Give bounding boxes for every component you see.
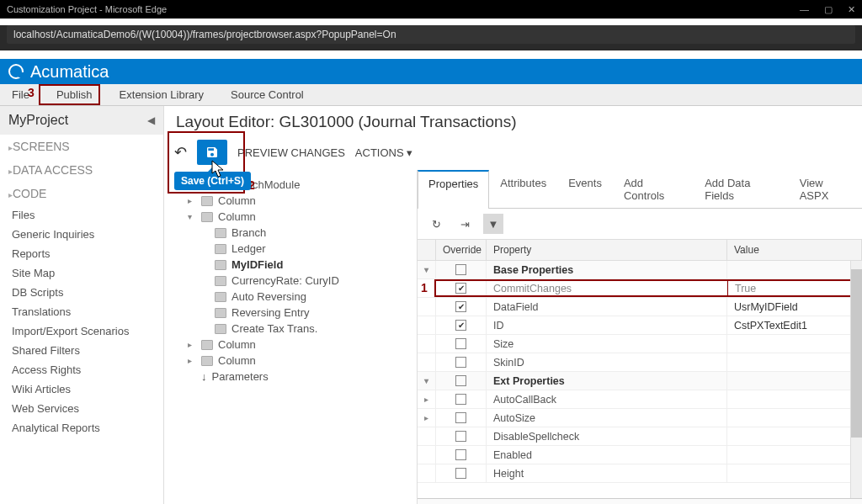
checkbox[interactable] [455, 264, 466, 275]
sidebar-item-translations[interactable]: Translations [0, 302, 163, 321]
annotation-1-number: 1 [421, 281, 428, 294]
tree-createtax[interactable]: Create Tax Trans. [168, 321, 413, 337]
sidebar: MyProject ◀ SCREENS DATA ACCESS CODE Fil… [0, 106, 164, 504]
undo-button[interactable]: ↶ [174, 143, 187, 162]
row-enabled[interactable]: Enabled [418, 446, 862, 464]
value-commitchanges[interactable]: True▾ [727, 279, 862, 297]
menu-extension-library[interactable]: Extension Library [114, 86, 209, 103]
maximize-icon[interactable]: ▢ [824, 4, 833, 15]
url-bar[interactable]: localhost/AcumaticaDemo6/(W(10004))/fram… [7, 25, 855, 44]
tree-ledger[interactable]: Ledger [168, 241, 413, 257]
field-icon [215, 292, 226, 302]
window-title: Customization Project - Microsoft Edge [7, 4, 167, 14]
save-tooltip: Save (Ctrl+S) [174, 172, 251, 190]
sidebar-item-access-rights[interactable]: Access Rights [0, 360, 163, 379]
field-icon [215, 276, 226, 286]
row-commitchanges[interactable]: 1 CommitChangesTrue▾ [418, 279, 862, 298]
tab-add-controls[interactable]: Add Controls [613, 170, 694, 208]
main-area: Layout Editor: GL301000 (Journal Transac… [164, 106, 862, 504]
checkbox-commitchanges[interactable] [455, 283, 466, 294]
row-skinid[interactable]: SkinID [418, 353, 862, 372]
sidebar-item-import-export[interactable]: Import/Export Scenarios [0, 321, 163, 341]
checkbox-size[interactable] [455, 338, 466, 349]
tab-view-aspx[interactable]: View ASPX [789, 170, 862, 208]
sidebar-item-files[interactable]: Files [0, 205, 163, 225]
row-autocallback[interactable]: ▸AutoCallBack [418, 390, 862, 409]
column-icon [201, 196, 213, 206]
field-icon [215, 228, 226, 238]
row-id[interactable]: IDCstPXTextEdit1 [418, 316, 862, 335]
tab-events[interactable]: Events [557, 170, 613, 208]
checkbox-autosize[interactable] [455, 412, 466, 423]
filter-icon[interactable]: ▼ [483, 214, 503, 234]
minimize-icon[interactable]: — [800, 4, 809, 15]
annotation-3-number: 3 [28, 86, 35, 99]
tree-myidfield[interactable]: MyIDField [168, 257, 413, 273]
tree-column-3[interactable]: ▸Column [168, 337, 413, 353]
row-autosize[interactable]: ▸AutoSize [418, 409, 862, 427]
checkbox-skinid[interactable] [455, 357, 466, 368]
row-height[interactable]: Height [418, 464, 862, 483]
properties-panel: Properties Attributes Events Add Control… [417, 170, 862, 504]
tabs: Properties Attributes Events Add Control… [418, 170, 862, 209]
tab-attributes[interactable]: Attributes [489, 170, 557, 208]
sidebar-item-reports[interactable]: Reports [0, 244, 163, 263]
column-icon [201, 212, 213, 222]
save-button[interactable] [197, 140, 227, 165]
header-override: Override [436, 240, 487, 260]
close-icon[interactable]: ✕ [848, 4, 855, 15]
menu-source-control[interactable]: Source Control [226, 86, 309, 103]
checkbox-autocallback[interactable] [455, 394, 466, 405]
sidebar-item-site-map[interactable]: Site Map [0, 263, 163, 283]
brand-name: Acumatica [30, 62, 109, 82]
row-base-properties[interactable]: ▾Base Properties [418, 261, 862, 279]
sidebar-item-shared-filters[interactable]: Shared Filters [0, 341, 163, 360]
refresh-icon[interactable]: ↻ [426, 214, 446, 234]
help-text: Whether the control perform commit callb… [418, 498, 862, 504]
sidebar-group-data-access[interactable]: DATA ACCESS [0, 158, 163, 182]
save-icon [205, 146, 219, 159]
scrollbar[interactable] [850, 261, 862, 498]
checkbox[interactable] [455, 375, 466, 386]
checkbox-datafield[interactable] [455, 301, 466, 312]
tree-branch[interactable]: Branch [168, 225, 413, 241]
scrollbar-thumb[interactable] [851, 269, 862, 438]
fit-icon[interactable]: ⇥ [455, 214, 475, 234]
row-datafield[interactable]: DataFieldUsrMyIDField [418, 298, 862, 316]
header-value: Value [727, 240, 862, 260]
sidebar-item-generic-inquiries[interactable]: Generic Inquiries [0, 225, 163, 244]
sidebar-group-code[interactable]: CODE [0, 182, 163, 205]
tree-column-2[interactable]: ▾Column [168, 209, 413, 225]
row-disablespellcheck[interactable]: DisableSpellcheck [418, 427, 862, 446]
acumatica-logo-icon [8, 64, 24, 79]
checkbox-enabled[interactable] [455, 449, 466, 460]
row-ext-properties[interactable]: ▾Ext Properties [418, 372, 862, 390]
field-icon [215, 244, 226, 254]
field-icon [215, 260, 226, 270]
tree-column-1[interactable]: ▸Column [168, 193, 413, 209]
sidebar-group-screens[interactable]: SCREENS [0, 135, 163, 158]
brand-bar: Acumatica [0, 59, 862, 84]
tab-add-data-fields[interactable]: Add Data Fields [694, 170, 789, 208]
row-size[interactable]: Size [418, 335, 862, 353]
tree-currencyrate[interactable]: CurrencyRate: CuryID [168, 273, 413, 289]
checkbox-disablespellcheck[interactable] [455, 431, 466, 442]
sidebar-item-web-services[interactable]: Web Services [0, 399, 163, 418]
tree-column-4[interactable]: ▸Column [168, 353, 413, 369]
sidebar-item-db-scripts[interactable]: DB Scripts [0, 283, 163, 302]
menu-bar: File Publish 3 Extension Library Source … [0, 84, 862, 106]
menu-publish[interactable]: Publish 3 [51, 86, 98, 103]
tree-parameters[interactable]: ↓Parameters [168, 369, 413, 385]
tree-autoreversing[interactable]: Auto Reversing [168, 289, 413, 305]
checkbox-id[interactable] [455, 320, 466, 331]
tab-properties[interactable]: Properties [418, 170, 489, 209]
checkbox-height[interactable] [455, 468, 466, 479]
properties-toolbar: ↻ ⇥ ▼ [418, 209, 862, 239]
column-icon [201, 356, 213, 366]
sidebar-item-wiki-articles[interactable]: Wiki Articles [0, 379, 163, 399]
tree-reversingentry[interactable]: Reversing Entry [168, 305, 413, 321]
preview-changes-button[interactable]: PREVIEW CHANGES [237, 146, 345, 159]
actions-dropdown[interactable]: ACTIONS [355, 146, 412, 159]
sidebar-item-analytical-reports[interactable]: Analytical Reports [0, 418, 163, 438]
collapse-icon[interactable]: ◀ [147, 114, 155, 126]
